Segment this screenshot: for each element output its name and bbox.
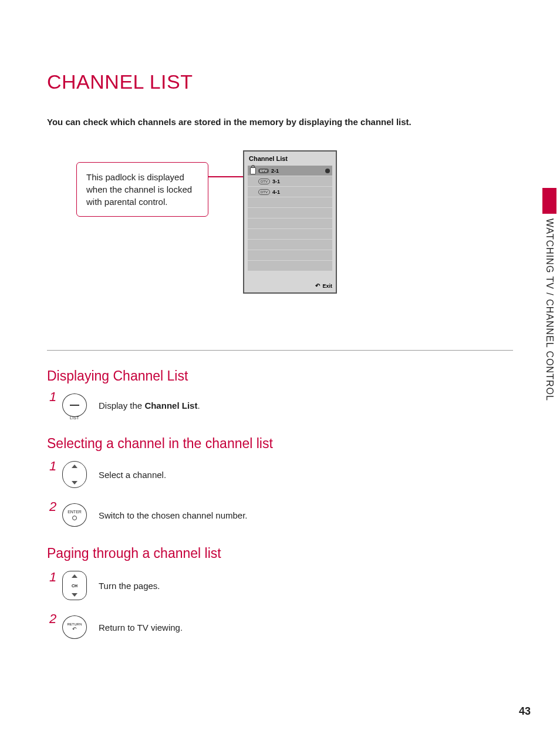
step-text: Switch to the chosen channel number. [99,510,248,520]
chevron-up-icon [72,574,77,578]
step-select-1: 1 Select a channel. [47,460,513,489]
side-tab-bar [542,188,556,214]
osd-row-empty [248,250,332,260]
step-number: 1 [49,570,58,585]
step-number: 2 [49,611,58,627]
osd-row-empty [248,197,332,207]
selection-dot-icon [325,169,330,173]
page-title: CHANNEL LIST [47,70,513,93]
section-divider [47,350,513,351]
dtv-badge: DTV [258,179,270,184]
ch-button-icon: CH [61,570,88,601]
step-number: 2 [49,499,58,514]
step-number: 1 [49,389,58,405]
return-button-icon: RETURN ↶ [61,614,88,640]
step-number: 1 [49,459,58,474]
osd-row-3: DTV 4-1 [248,187,332,197]
button-inner-label: CH [72,584,77,588]
step-text: Select a channel. [99,470,166,480]
callout-box: This padlock is displayed when the chann… [76,162,208,217]
step-text: Return to TV viewing. [99,622,183,632]
osd-panel: Channel List DTV 2-1 DTV 3-1 DTV 4-1 [243,150,337,294]
channel-number: 4-1 [272,189,280,195]
side-tab-label: WATCHING TV / CHANNEL CONTROL [544,218,555,401]
chevron-up-icon [72,465,77,468]
osd-row-empty [248,208,332,218]
intro-text: You can check which channels are stored … [47,117,513,127]
page-number: 43 [519,705,531,718]
callout-text: This padlock is displayed when the chann… [86,172,192,207]
osd-row-1: DTV 2-1 [248,166,332,176]
osd-footer: ↶ Exit [248,282,332,289]
dtv-badge: DTV [258,169,269,173]
step-paging-2: 2 RETURN ↶ Return to TV viewing. [47,614,513,640]
step-paging-1: 1 CH Turn the pages. [47,570,513,601]
button-label: LIST [61,416,88,420]
step-text: Display the Channel List. [99,401,200,410]
return-icon: ↶ [315,282,320,289]
enter-dot-icon [72,516,77,520]
osd-row-empty [248,261,332,271]
osd-rows: DTV 2-1 DTV 3-1 DTV 4-1 [248,166,332,271]
dtv-badge: DTV [258,189,270,195]
enter-button-icon: ENTER [61,502,88,528]
lock-icon [250,167,256,174]
section-heading-paging: Paging through a channel list [47,546,513,561]
channel-number: 3-1 [272,179,280,184]
step-display-1: 1 LIST Display the Channel List. [47,392,513,418]
step-select-2: 2 ENTER Switch to the chosen channel num… [47,502,513,528]
figure-row: This padlock is displayed when the chann… [47,150,513,327]
return-icon: ↶ [68,627,82,632]
button-inner-label: ENTER [68,510,82,514]
chevron-down-icon [72,481,77,484]
side-tab: WATCHING TV / CHANNEL CONTROL [539,188,560,401]
osd-row-2: DTV 3-1 [248,176,332,186]
section-heading-display: Displaying Channel List [47,368,513,384]
chevron-down-icon [72,593,77,597]
step-text: Turn the pages. [99,581,160,591]
updown-button-icon [61,460,88,489]
osd-title: Channel List [248,155,332,162]
section-heading-select: Selecting a channel in the channel list [47,436,513,452]
osd-row-empty [248,229,332,239]
list-button-icon: LIST [61,392,88,418]
osd-row-empty [248,218,332,228]
exit-label: Exit [322,283,332,289]
osd-row-empty [248,240,332,250]
channel-number: 2-1 [271,168,279,174]
